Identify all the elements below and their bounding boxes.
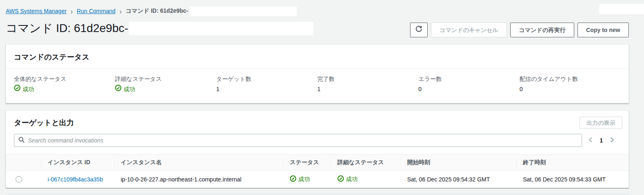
targets-card-header: ターゲットと出力 出力の表示 bbox=[6, 111, 629, 133]
instance-id-link[interactable]: i-067c109fb4ac3a35b bbox=[48, 176, 103, 183]
search-box[interactable] bbox=[14, 134, 582, 147]
breadcrumb: AWS Systems Manager › Run Command › コマンド… bbox=[6, 7, 629, 16]
cancel-command-button[interactable]: コマンドのキャンセル bbox=[431, 23, 507, 37]
start-time-cell: Sat, 06 Dec 2025 09:54:32 GMT bbox=[401, 171, 516, 188]
success-check-icon bbox=[290, 175, 296, 183]
field-label: 配信のタイムアウト数 bbox=[520, 75, 621, 83]
redaction-box bbox=[599, 4, 644, 14]
field-label: ターゲット数 bbox=[216, 75, 317, 83]
column-header-detailed-status: 詳細なステータス bbox=[331, 155, 401, 171]
field-value: 1 bbox=[317, 85, 418, 94]
refresh-icon bbox=[415, 25, 422, 34]
breadcrumb-link-systems-manager[interactable]: AWS Systems Manager bbox=[6, 8, 66, 14]
breadcrumb-current: コマンド ID: 61d2e9bc- bbox=[126, 7, 296, 16]
rerun-command-button[interactable]: コマンドの再実行 bbox=[510, 23, 574, 37]
field-target-count: ターゲット数 1 bbox=[216, 75, 317, 94]
success-check-icon bbox=[337, 175, 344, 183]
chevron-right-icon bbox=[610, 137, 615, 144]
search-input[interactable] bbox=[28, 137, 578, 144]
redaction-box bbox=[189, 7, 297, 16]
status-badge: 成功 bbox=[290, 175, 324, 183]
status-badge: 成功 bbox=[337, 175, 394, 183]
column-header-instance-name: インスタンス名 bbox=[114, 155, 283, 171]
field-value: 1 bbox=[216, 85, 317, 94]
success-check-icon bbox=[14, 85, 21, 94]
pagination-next-button[interactable] bbox=[609, 136, 616, 145]
field-detailed-status: 詳細なステータス 成功 bbox=[115, 75, 216, 94]
page: AWS Systems Manager › Run Command › コマンド… bbox=[0, 0, 644, 195]
column-header-instance-id: インスタンス ID bbox=[41, 155, 114, 171]
field-delivery-timeout-count: 配信のタイムアウト数 0 bbox=[520, 75, 621, 94]
column-header-end-time: 終了時刻 bbox=[516, 155, 629, 171]
header-actions: コマンドのキャンセル コマンドの再実行 Copy to new bbox=[410, 23, 629, 37]
status-cell: 成功 bbox=[283, 171, 331, 188]
refresh-button[interactable] bbox=[410, 23, 428, 37]
page-title: コマンド ID: 61d2e9bc- bbox=[6, 21, 313, 35]
chevron-left-icon bbox=[588, 137, 593, 144]
field-label: エラー数 bbox=[418, 75, 519, 83]
row-radio-button[interactable] bbox=[16, 176, 22, 183]
targets-output-card: ターゲットと出力 出力の表示 1 bbox=[6, 110, 629, 188]
redaction-box bbox=[129, 22, 313, 35]
table-row: i-067c109fb4ac3a35b ip-10-0-26-227.ap-no… bbox=[6, 171, 629, 188]
success-check-icon bbox=[115, 85, 121, 94]
field-value: 0 bbox=[520, 85, 621, 94]
targets-card-title: ターゲットと出力 bbox=[14, 118, 74, 128]
field-label: 全体的なステータス bbox=[14, 75, 115, 83]
command-status-fields: 全体的なステータス 成功 詳細なステータス 成功 ターゲット数 1 完了数 1 bbox=[6, 69, 629, 103]
field-overall-status: 全体的なステータス 成功 bbox=[14, 75, 115, 94]
detailed-status-cell: 成功 bbox=[331, 171, 401, 188]
column-header-status: ステータス bbox=[283, 155, 331, 171]
status-badge: 成功 bbox=[115, 85, 216, 94]
instance-name-cell: ip-10-0-26-227.ap-northeast-1.compute.in… bbox=[114, 171, 283, 188]
field-label: 完了数 bbox=[317, 75, 418, 83]
pagination: 1 bbox=[587, 136, 621, 145]
pagination-prev-button[interactable] bbox=[587, 136, 594, 145]
view-output-button[interactable]: 出力の表示 bbox=[580, 117, 622, 129]
row-select-cell bbox=[6, 171, 41, 188]
column-header-start-time: 開始時刻 bbox=[401, 155, 516, 171]
end-time-cell: Sat, 06 Dec 2025 09:54:33 GMT bbox=[516, 171, 629, 188]
pagination-current-page[interactable]: 1 bbox=[600, 137, 603, 144]
table-header: インスタンス ID インスタンス名 ステータス 詳細なステータス 開始時刻 終了… bbox=[6, 155, 629, 171]
chevron-right-icon: › bbox=[71, 7, 73, 15]
field-label: 詳細なステータス bbox=[115, 75, 216, 83]
field-value: 0 bbox=[418, 85, 519, 94]
command-status-card-title: コマンドのステータス bbox=[14, 52, 621, 62]
page-header: コマンド ID: 61d2e9bc- コマンドのキャンセル コマンドの再実行 C… bbox=[6, 21, 629, 37]
invocations-table: インスタンス ID インスタンス名 ステータス 詳細なステータス 開始時刻 終了… bbox=[6, 154, 629, 188]
breadcrumb-link-run-command[interactable]: Run Command bbox=[77, 8, 115, 14]
select-column-header bbox=[6, 155, 41, 171]
copy-to-new-button[interactable]: Copy to new bbox=[578, 23, 629, 37]
command-status-card: コマンドのステータス 全体的なステータス 成功 詳細なステータス 成功 ターゲッ… bbox=[6, 44, 629, 103]
search-icon bbox=[18, 137, 25, 144]
status-badge: 成功 bbox=[14, 85, 115, 94]
command-status-card-header: コマンドのステータス bbox=[6, 45, 629, 69]
instance-id-cell: i-067c109fb4ac3a35b bbox=[41, 171, 114, 188]
field-completed-count: 完了数 1 bbox=[317, 75, 418, 94]
field-error-count: エラー数 0 bbox=[418, 75, 519, 94]
table-toolbar: 1 bbox=[6, 133, 629, 154]
chevron-right-icon: › bbox=[119, 7, 121, 15]
